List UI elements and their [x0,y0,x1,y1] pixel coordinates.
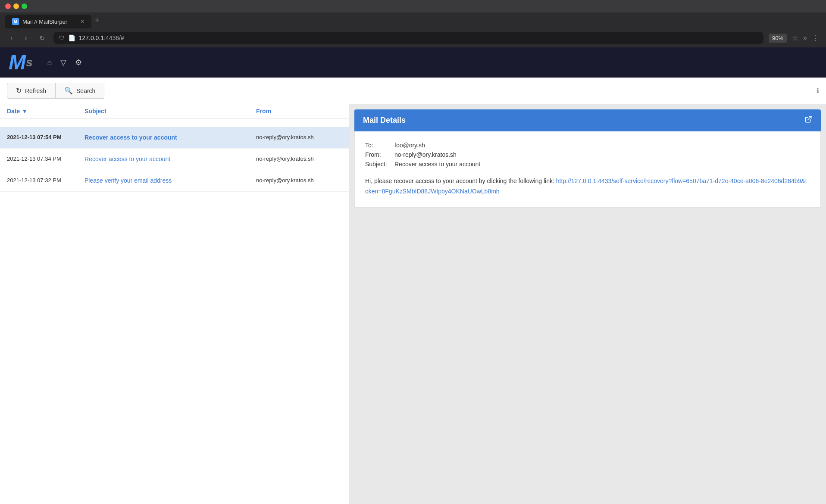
to-value: foo@ory.sh [394,142,425,149]
tab-close-button[interactable]: ✕ [80,19,84,25]
bookmark-icon[interactable]: ☆ [792,34,798,42]
address-port: :4436/# [104,34,124,41]
active-tab[interactable]: M Mail // MailSlurper ✕ [5,15,91,28]
mail-date: 2021-12-13 07:54 PM [7,133,84,142]
detail-message: Hi, please recover access to your accoun… [365,176,810,197]
address-host: 127.0.0.1 [79,34,104,41]
body-intro: Hi, please recover access to your accoun… [365,177,556,184]
mail-subject[interactable]: Recover access to your account [84,133,256,142]
browser-toolbar-right: 90% ☆ » ⋮ [769,34,819,43]
search-label: Search [76,87,95,94]
refresh-button[interactable]: ↻ Refresh [7,83,55,99]
refresh-label: Refresh [25,87,46,94]
browser-chrome: M Mail // MailSlurper ✕ + ‹ › ↻ 🛡 📄 127.… [0,0,826,47]
nav-settings-icon[interactable]: ⚙ [75,58,82,67]
search-button[interactable]: 🔍 Search [55,83,104,99]
mail-from: no-reply@ory.kratos.sh [256,155,342,163]
shield-icon: 🛡 [59,34,65,41]
nav-filter-icon[interactable]: ▽ [60,58,66,67]
mail-list: 2021-12-13 07:54 PM Recover access to yo… [0,118,349,504]
tab-title: Mail // MailSlurper [22,19,77,25]
refresh-button[interactable]: ↻ [36,32,48,44]
traffic-light-minimize[interactable] [13,3,19,9]
title-bar [0,0,826,12]
to-label: To: [365,142,391,149]
tab-bar: M Mail // MailSlurper ✕ + [0,12,826,28]
forward-button[interactable]: › [21,32,30,44]
subject-value: Recover access to your account [394,161,480,168]
svg-line-0 [808,116,811,120]
from-value: no-reply@ory.kratos.sh [394,151,457,158]
mail-list-panel: Date ▼ Subject From 2021-12-13 07:54 PM … [0,104,349,504]
mail-date: 2021-12-13 07:34 PM [7,155,84,163]
open-external-icon[interactable] [804,115,812,125]
detail-to-row: To: foo@ory.sh [365,142,810,149]
main-content: Date ▼ Subject From 2021-12-13 07:54 PM … [0,104,826,504]
detail-body: To: foo@ory.sh From: no-reply@ory.kratos… [354,131,821,208]
col-from-label: From [256,108,271,115]
sort-arrow-icon: ▼ [22,108,28,115]
page-icon: 📄 [68,34,75,41]
col-from-header[interactable]: From [256,108,342,115]
traffic-lights [5,3,27,9]
new-tab-button[interactable]: + [91,12,103,28]
detail-subject-row: Subject: Recover access to your account [365,161,810,168]
table-row[interactable]: 2021-12-13 07:34 PM Recover access to yo… [0,149,349,170]
menu-icon[interactable]: ⋮ [812,34,819,42]
traffic-light-maximize[interactable] [22,3,27,9]
detail-title: Mail Details [363,116,406,125]
search-icon: 🔍 [64,87,73,95]
table-row[interactable]: 2021-12-13 07:32 PM Please verify your e… [0,170,349,192]
zoom-level[interactable]: 90% [769,34,787,43]
back-button[interactable]: ‹ [7,32,16,44]
detail-header: Mail Details [354,109,821,131]
app-header: M s ⌂ ▽ ⚙ [0,47,826,78]
info-icon[interactable]: ℹ [817,87,819,95]
subject-label: Subject: [365,161,391,168]
table-row[interactable]: 2021-12-13 07:54 PM Recover access to yo… [0,127,349,149]
detail-from-row: From: no-reply@ory.kratos.sh [365,151,810,158]
refresh-icon: ↻ [16,87,22,95]
from-label: From: [365,151,391,158]
tab-favicon: M [12,18,19,25]
col-subject-label: Subject [84,108,106,115]
app-toolbar: ↻ Refresh 🔍 Search ℹ [0,78,826,104]
col-date-header[interactable]: Date ▼ [7,108,84,115]
app-nav: ⌂ ▽ ⚙ [47,58,82,67]
mail-subject[interactable]: Please verify your email address [84,176,256,185]
extensions-icon[interactable]: » [803,34,807,42]
mail-from: no-reply@ory.kratos.sh [256,133,342,142]
detail-meta: To: foo@ory.sh From: no-reply@ory.kratos… [365,142,810,168]
mail-date: 2021-12-13 07:32 PM [7,176,84,185]
mail-detail-panel: Mail Details To: foo@ory.sh [349,104,826,504]
mail-from: no-reply@ory.kratos.sh [256,176,342,185]
col-date-label: Date [7,108,20,115]
logo-s: s [26,56,33,69]
logo-m: M [9,52,26,73]
col-subject-header[interactable]: Subject [84,108,256,115]
address-input[interactable]: 🛡 📄 127.0.0.1:4436/# [53,32,763,44]
mail-list-header: Date ▼ Subject From [0,104,349,118]
nav-home-icon[interactable]: ⌂ [47,58,52,67]
address-text: 127.0.0.1:4436/# [79,34,124,41]
address-bar: ‹ › ↻ 🛡 📄 127.0.0.1:4436/# 90% ☆ » ⋮ [0,28,826,47]
detail-card: Mail Details To: foo@ory.sh [354,109,821,208]
mail-subject[interactable]: Recover access to your account [84,155,256,164]
traffic-light-close[interactable] [5,3,11,9]
app-logo: M s [9,52,33,73]
